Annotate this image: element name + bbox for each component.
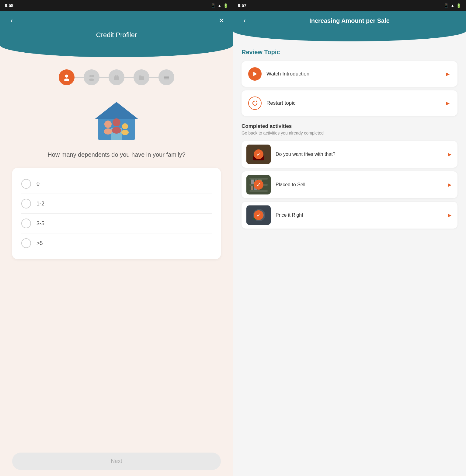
completed-overlay-1: ✓ xyxy=(246,145,271,164)
restart-topic-title: Restart topic xyxy=(266,100,440,106)
folder-icon xyxy=(137,73,145,81)
group-icon xyxy=(88,73,96,81)
radio-0[interactable] xyxy=(21,179,31,189)
page-title-left: Credit Profiler xyxy=(6,31,227,39)
svg-point-2 xyxy=(89,75,92,77)
activity-title-1: Do you want fries with that? xyxy=(276,152,442,157)
radio-1[interactable] xyxy=(21,199,31,208)
left-screen: 9:58 📱 ▲ 🔋 ‹ ✕ Credit Profiler xyxy=(0,0,233,476)
battery-icon: 🔋 xyxy=(223,3,228,8)
restart-topic-card[interactable]: Restart topic ► xyxy=(242,90,457,116)
page-title-right: Increasing Amount per Sale xyxy=(255,17,444,24)
status-icons-left: 📱 ▲ 🔋 xyxy=(211,3,228,8)
dot-connector-3 xyxy=(124,77,134,78)
arrow-right-icon-1: ► xyxy=(445,71,451,78)
svg-marker-10 xyxy=(95,102,138,119)
card-icon xyxy=(162,73,170,81)
svg-point-3 xyxy=(92,75,94,77)
svg-rect-8 xyxy=(164,77,169,78)
header-right: ‹ Increasing Amount per Sale xyxy=(233,11,466,41)
svg-point-16 xyxy=(122,123,128,129)
option-label-1: 1-2 xyxy=(37,201,44,207)
play-triangle xyxy=(252,71,258,77)
svg-point-12 xyxy=(104,121,112,128)
main-content-right: Review Topic Watch Introduction ► xyxy=(233,41,466,476)
signal-icon-right: ▲ xyxy=(450,3,454,8)
activity-title-3: Price it Right xyxy=(276,212,442,218)
battery-icon-right: 🔋 xyxy=(456,3,461,8)
svg-rect-6 xyxy=(139,76,144,80)
briefcase-icon xyxy=(113,73,120,81)
back-button-left[interactable]: ‹ xyxy=(6,15,17,26)
check-circle-3: ✓ xyxy=(254,210,263,220)
whatsapp-icon: 📱 xyxy=(211,3,216,8)
option-label-2: 3-5 xyxy=(37,220,44,227)
option-2[interactable]: 3-5 xyxy=(21,213,212,233)
status-bar-left: 9:58 📱 ▲ 🔋 xyxy=(0,0,233,11)
header-nav-right: ‹ Increasing Amount per Sale xyxy=(239,15,460,26)
dot-connector-4 xyxy=(149,77,158,78)
svg-marker-19 xyxy=(256,100,257,102)
watch-intro-title: Watch Introduction xyxy=(266,71,440,77)
check-circle-2: ✓ xyxy=(254,180,263,190)
dot-connector-1 xyxy=(75,77,84,78)
completed-subtitle: Go back to activities you already comple… xyxy=(242,131,457,135)
question-text: How many dependents do you have in your … xyxy=(47,150,186,159)
activity-title-2: Placed to Sell xyxy=(276,182,442,187)
option-1[interactable]: 1-2 xyxy=(21,194,212,213)
house-illustration xyxy=(92,97,141,141)
watch-intro-card[interactable]: Watch Introduction ► xyxy=(242,61,457,87)
svg-point-14 xyxy=(113,118,120,126)
arrow-right-icon-3: ► xyxy=(447,151,453,158)
restart-icon-circle xyxy=(248,96,262,110)
option-3[interactable]: >5 xyxy=(21,233,212,253)
option-label-3: >5 xyxy=(37,240,43,247)
time-right: 9:57 xyxy=(238,3,246,8)
arrow-right-icon-2: ► xyxy=(445,100,451,107)
options-card: 0 1-2 3-5 >5 xyxy=(12,168,221,259)
svg-point-17 xyxy=(121,130,129,135)
review-topic-label: Review Topic xyxy=(242,49,457,56)
svg-point-1 xyxy=(64,79,69,81)
dot-connector-2 xyxy=(99,77,109,78)
progress-dot-2 xyxy=(84,69,99,85)
status-bar-right: 9:57 📱 ▲ 🔋 xyxy=(233,0,466,11)
progress-dot-4 xyxy=(134,69,149,85)
progress-indicator xyxy=(59,69,174,85)
completed-title: Completed activities xyxy=(242,123,457,129)
progress-dot-3 xyxy=(109,69,124,85)
completed-activities-section: Completed activities Go back to activiti… xyxy=(242,123,457,229)
completed-overlay-3: ✓ xyxy=(246,205,271,225)
arrow-right-icon-4: ► xyxy=(447,181,453,188)
svg-rect-5 xyxy=(114,76,119,80)
activity-item-2[interactable]: ✓ Placed to Sell ► xyxy=(242,171,457,198)
header-left: ‹ ✕ Credit Profiler xyxy=(0,11,233,57)
right-screen: 9:57 📱 ▲ 🔋 ‹ Increasing Amount per Sale … xyxy=(233,0,466,476)
activity-item-1[interactable]: ✓ Do you want fries with that? ► xyxy=(242,141,457,168)
radio-2[interactable] xyxy=(21,219,31,228)
completed-overlay-2: ✓ xyxy=(246,175,271,194)
play-icon-filled xyxy=(248,67,262,81)
header-nav-left: ‹ ✕ xyxy=(6,15,227,26)
signal-icon: ▲ xyxy=(217,3,221,8)
close-button-left[interactable]: ✕ xyxy=(216,15,227,26)
family-house-svg xyxy=(92,97,141,140)
option-label-0: 0 xyxy=(37,181,40,187)
svg-point-15 xyxy=(112,127,121,134)
person-icon xyxy=(63,73,71,81)
time-left: 9:58 xyxy=(5,3,13,8)
option-0[interactable]: 0 xyxy=(21,174,212,194)
back-button-right[interactable]: ‹ xyxy=(239,15,250,26)
svg-point-0 xyxy=(65,75,68,78)
svg-point-13 xyxy=(104,128,112,135)
main-content-left: How many dependents do you have in your … xyxy=(0,57,233,446)
activity-thumbnail-3: $ ✓ xyxy=(246,205,271,225)
next-button[interactable]: Next xyxy=(12,453,221,470)
svg-point-4 xyxy=(89,79,94,81)
radio-3[interactable] xyxy=(21,238,31,248)
activity-thumbnail-1: ✓ xyxy=(246,145,271,164)
restart-icon xyxy=(252,100,258,107)
check-circle-1: ✓ xyxy=(254,149,263,159)
activity-item-3[interactable]: $ ✓ Price it Right ► xyxy=(242,202,457,229)
whatsapp-icon-right: 📱 xyxy=(444,3,449,8)
